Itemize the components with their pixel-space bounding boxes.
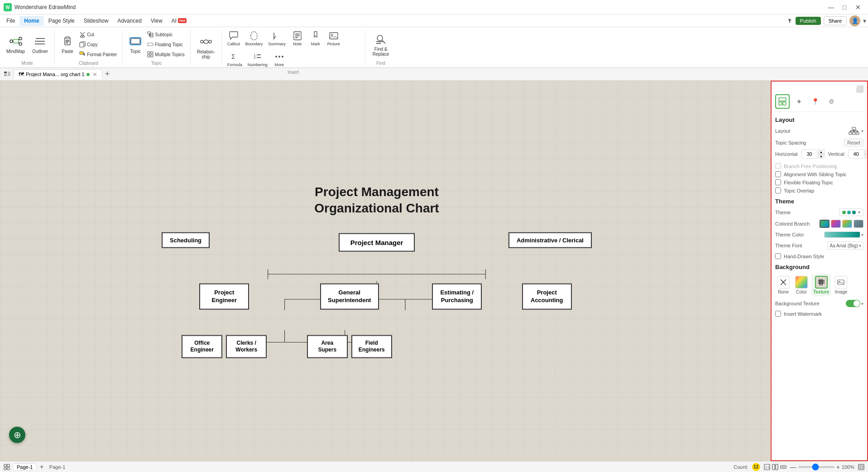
node-office-engineer[interactable]: OfficeEngineer — [182, 335, 222, 358]
node-admin-clerical[interactable]: Administrative / Clerical — [508, 232, 592, 248]
menu-view[interactable]: View — [146, 16, 167, 26]
menu-slideshow[interactable]: Slideshow — [79, 16, 113, 26]
publish-button[interactable]: Publish — [796, 17, 821, 25]
bg-texture-dropdown[interactable]: ▾ — [861, 301, 863, 306]
add-page-button[interactable]: + — [38, 463, 44, 471]
copy-button[interactable]: Copy — [77, 40, 119, 49]
node-field-engineers[interactable]: FieldEngineers — [351, 335, 392, 358]
numbering-button[interactable]: 1.2. Numbering — [246, 50, 269, 69]
mindmap-button[interactable]: MindMap — [4, 33, 28, 56]
horizontal-down[interactable]: ▼ — [818, 154, 825, 159]
menu-page-style[interactable]: Page Style — [44, 16, 79, 26]
format-painter-button[interactable]: Format Painter — [77, 50, 119, 59]
bg-texture-toggle[interactable] — [846, 300, 860, 307]
reset-button[interactable]: Reset — [844, 139, 863, 147]
bg-texture-button[interactable]: Texture — [811, 274, 831, 296]
checkbox-branch-free-input[interactable] — [775, 163, 781, 169]
mark-button[interactable]: Mark — [307, 29, 324, 48]
theme-selector[interactable]: ▾ — [839, 208, 863, 216]
color-swatch-4[interactable] — [854, 220, 863, 228]
minimize-button[interactable]: — — [825, 2, 837, 12]
zoom-in-button[interactable]: + — [836, 463, 840, 471]
share-button[interactable]: Share — [824, 16, 847, 25]
panel-tab-layout[interactable] — [775, 94, 790, 109]
bg-none-button[interactable]: None — [775, 274, 791, 296]
checkbox-overlap-input[interactable] — [775, 188, 781, 193]
layout-dropdown-arrow[interactable]: ▾ — [861, 129, 863, 134]
picture-button[interactable]: Picture — [326, 29, 342, 48]
more-button[interactable]: More — [271, 50, 288, 69]
window-controls: — □ ✕ — [825, 2, 864, 12]
panel-tab-location[interactable]: 📍 — [808, 94, 822, 109]
canvas[interactable]: Project Management Organizational Chart — [0, 81, 771, 461]
floating-topic-button[interactable]: Floating Topic — [145, 40, 186, 49]
node-area-supers[interactable]: AreaSupers — [307, 335, 348, 358]
zoom-out-button[interactable]: — — [790, 463, 796, 471]
svg-point-5 — [19, 43, 22, 45]
formula-button[interactable]: Σ Formula — [225, 50, 244, 69]
horizontal-input[interactable] — [801, 149, 818, 159]
colored-branch-label: Colored Branch — [775, 221, 810, 226]
theme-row: Theme ▾ — [775, 208, 863, 216]
vertical-down[interactable]: ▼ — [865, 154, 868, 159]
zoom-slider[interactable] — [798, 466, 834, 468]
panel-tab-settings[interactable]: ⚙ — [824, 94, 839, 109]
tab-1[interactable]: 🗺 Project Mana... org chart 1 ✕ — [14, 69, 102, 79]
vertical-input[interactable] — [848, 149, 864, 159]
menu-file[interactable]: File — [2, 16, 19, 26]
svg-rect-26 — [150, 35, 153, 37]
color-swatch-3[interactable] — [842, 220, 852, 228]
node-project-manager[interactable]: Project Manager — [339, 233, 415, 251]
color-swatch-1[interactable] — [820, 220, 830, 228]
panel-tab-style[interactable]: ✦ — [791, 94, 806, 109]
user-avatar[interactable]: 👤 — [849, 15, 860, 26]
node-project-engineer[interactable]: ProjectEngineer — [199, 283, 249, 309]
vertical-up[interactable]: ▲ — [865, 149, 868, 154]
outliner-button[interactable]: Outliner — [29, 33, 51, 56]
svg-rect-31 — [148, 52, 150, 54]
theme-color-selector[interactable]: ▾ — [824, 231, 863, 238]
relationship-button[interactable]: Relation-ship — [194, 34, 218, 61]
tab-add-button[interactable]: + — [103, 69, 112, 79]
insert-watermark-row: Insert Watermark — [775, 311, 863, 317]
hand-drawn-checkbox[interactable] — [775, 253, 781, 259]
menu-home[interactable]: Home — [19, 16, 43, 26]
insert-watermark-checkbox[interactable] — [775, 311, 781, 317]
maximize-panel-button[interactable]: ⬜ — [856, 85, 863, 92]
theme-font-selector[interactable]: Aa Arial (Big) ▾ — [827, 241, 863, 250]
svg-rect-41 — [330, 33, 338, 39]
close-button[interactable]: ✕ — [852, 2, 864, 12]
cut-button[interactable]: Cut — [77, 30, 119, 39]
topic-button[interactable]: Topic — [126, 33, 144, 56]
menu-advanced[interactable]: Advanced — [113, 16, 146, 26]
subtopic-button[interactable]: Subtopic — [145, 30, 186, 39]
multiple-topics-button[interactable]: Multiple Topics — [145, 50, 186, 59]
callout-button[interactable]: Callout — [225, 29, 242, 48]
paste-button[interactable]: Paste — [58, 33, 77, 56]
note-button[interactable]: Note — [289, 29, 306, 48]
svg-rect-77 — [779, 102, 782, 105]
page-label-button[interactable]: Page-1 — [13, 463, 37, 471]
node-estimating-purchasing[interactable]: Estimating /Purchasing — [432, 283, 482, 309]
right-panel: ⬜ ✦ 📍 ⚙ Layout Layout ▾ Topic Spacing Re… — [771, 81, 868, 461]
node-project-accounting[interactable]: ProjectAccounting — [522, 283, 572, 309]
tab-close[interactable]: ✕ — [92, 71, 97, 78]
bg-color-button[interactable]: Color — [793, 274, 810, 296]
node-general-superintendent[interactable]: GeneralSuperintendent — [320, 283, 379, 309]
zoom-control: — + 100% — [790, 463, 854, 471]
menu-ai[interactable]: AI Hot — [167, 16, 192, 26]
find-replace-button[interactable]: Find &Replace — [369, 31, 393, 58]
color-swatch-2[interactable] — [831, 220, 841, 228]
panel-toggle[interactable]: ▾ — [863, 17, 866, 24]
summary-button[interactable]: Summary — [266, 29, 288, 48]
maximize-button[interactable]: □ — [838, 2, 851, 12]
boundary-button[interactable]: Boundary — [244, 29, 265, 48]
node-clerks-workers[interactable]: Clerks /Workers — [226, 335, 267, 358]
node-scheduling[interactable]: Scheduling — [162, 232, 210, 248]
theme-font-row: Theme Font Aa Arial (Big) ▾ — [775, 241, 863, 250]
checkbox-flexible-input[interactable] — [775, 179, 781, 185]
checkbox-alignment-input[interactable] — [775, 171, 781, 177]
horizontal-up[interactable]: ▲ — [818, 149, 825, 154]
bg-image-button[interactable]: Image — [833, 274, 849, 296]
floating-action-button[interactable]: ⊕ — [9, 427, 25, 443]
